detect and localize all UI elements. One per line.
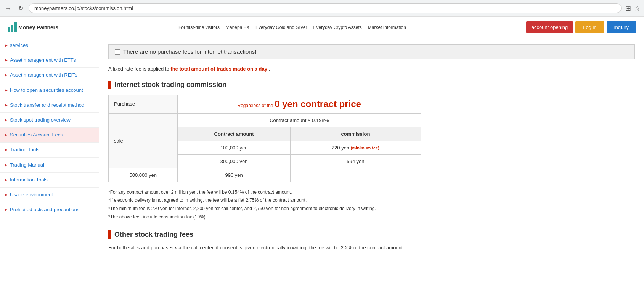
inquiry-button[interactable]: inquiry (607, 21, 636, 33)
sidebar-item-trading-manual[interactable]: ▶ Trading Manual (0, 158, 99, 173)
back-button[interactable]: → (4, 3, 13, 13)
arrow-icon: ▶ (5, 58, 8, 62)
intro-paragraph: A fixed rate fee is applied to the total… (108, 65, 635, 73)
purchase-label: Purchase (109, 95, 178, 113)
heading-bar-icon-2 (108, 230, 111, 239)
sidebar-item-account-fees[interactable]: ▶ Securities Account Fees (0, 128, 99, 143)
browser-chrome: → ↻ moneypartners.co.jp/stocks/commissio… (0, 0, 644, 17)
intro-prefix: A fixed rate fee is applied to (108, 66, 170, 72)
intro-suffix: . (269, 66, 270, 72)
sidebar-item-prohibited[interactable]: ▶ Prohibited acts and precautions (0, 202, 99, 217)
notice-text: There are no purchase fees for internet … (123, 48, 256, 55)
other-fees-heading: Other stock trading fees (108, 230, 635, 239)
note-1: *For any contract amount over 2 million … (108, 188, 635, 197)
zero-yen-text: 0 yen contract price (275, 99, 361, 109)
note-2: *If electronic delivery is not agreed to… (108, 196, 635, 205)
purchase-value-cell: Regardless of the 0 yen contract price (178, 95, 421, 113)
other-fees-text: For both sales and purchases via the cal… (108, 244, 635, 252)
contract-rate-cell: Contract amount × 0.198% (178, 113, 421, 127)
sidebar-item-reit[interactable]: ▶ Asset management with REITs (0, 68, 99, 83)
commission-500k: 990 yen (178, 168, 290, 182)
contract-amount-100k: 100,000 yen (178, 141, 290, 154)
header-buttons: account opening Log in inquiry (526, 21, 636, 33)
nav-first-time[interactable]: For first-time visitors (178, 25, 220, 30)
arrow-icon: ▶ (5, 148, 8, 152)
content-area: There are no purchase fees for internet … (99, 38, 644, 305)
commission-table: Purchase Regardless of the 0 yen contrac… (108, 95, 421, 182)
arrow-icon-active: ▶ (5, 133, 8, 137)
arrow-icon: ▶ (5, 192, 8, 197)
sidebar: ▶ services ▶ Asset management with ETFs … (0, 38, 99, 305)
sale-label: sale (109, 113, 178, 168)
sidebar-item-services[interactable]: ▶ services (0, 38, 99, 53)
browser-icons: ⊞ ☆ (625, 4, 640, 13)
site-header: Money Partners For first-time visitors M… (0, 17, 644, 38)
notes-section: *For any contract amount over 2 million … (108, 188, 635, 221)
table-row-contract-rate: sale Contract amount × 0.198% (109, 113, 421, 127)
internet-trading-heading: Internet stock trading commission (108, 81, 635, 89)
url-bar[interactable]: moneypartners.co.jp/stocks/commission.ht… (29, 3, 622, 13)
nav-gold-silver[interactable]: Everyday Gold and Silver (255, 25, 307, 30)
account-opening-button[interactable]: account opening (526, 21, 573, 33)
note-4: *The above fees include consumption tax … (108, 213, 635, 221)
note-3: *The minimum fee is 220 yen for internet… (108, 205, 635, 213)
table-row-500k: 500,000 yen 990 yen (109, 168, 421, 182)
col-header-amount: Contract amount (178, 127, 290, 141)
internet-trading-title: Internet stock trading commission (114, 81, 226, 89)
arrow-icon: ▶ (5, 178, 8, 182)
logo-text: Money Partners (18, 24, 58, 30)
arrow-icon: ▶ (5, 88, 8, 92)
nav-manepa-fx[interactable]: Manepa FX (226, 25, 249, 30)
arrow-icon: ▶ (5, 43, 8, 47)
heading-bar-icon (108, 81, 111, 89)
checkbox-icon (115, 49, 120, 55)
intro-highlight: the total amount of trades made on a day (170, 66, 267, 72)
contract-amount-300k: 300,000 yen (178, 154, 290, 168)
sidebar-item-open-account[interactable]: ▶ How to open a securities account (0, 83, 99, 98)
other-fees-title: Other stock trading fees (114, 231, 193, 239)
logo[interactable]: Money Partners (8, 22, 58, 32)
main-nav: For first-time visitors Manepa FX Everyd… (58, 25, 526, 30)
arrow-icon: ▶ (5, 207, 8, 212)
main-layout: ▶ services ▶ Asset management with ETFs … (0, 38, 644, 305)
sidebar-item-trading-tools[interactable]: ▶ Trading Tools (0, 143, 99, 157)
notice-box: There are no purchase fees for internet … (108, 44, 635, 59)
sidebar-item-usage-env[interactable]: ▶ Usage environment (0, 188, 99, 202)
col-header-commission: commission (290, 127, 421, 141)
regardless-text: Regardless of the (237, 103, 273, 108)
commission-100k: 220 yen (minimum fee) (290, 141, 421, 154)
min-fee-note: (minimum fee) (351, 146, 379, 150)
login-button[interactable]: Log in (575, 21, 604, 33)
arrow-icon: ▶ (5, 73, 8, 77)
contract-amount-500k: 500,000 yen (109, 168, 178, 182)
logo-bars-icon (8, 22, 17, 32)
sidebar-item-etf[interactable]: ▶ Asset management with ETFs (0, 53, 99, 68)
sidebar-item-transfer[interactable]: ▶ Stock transfer and receipt method (0, 98, 99, 113)
refresh-button[interactable]: ↻ (17, 3, 25, 13)
nav-market-info[interactable]: Market Information (368, 25, 406, 30)
arrow-icon: ▶ (5, 103, 8, 107)
sidebar-item-spot-trading[interactable]: ▶ Stock spot trading overview (0, 113, 99, 128)
commission-300k: 594 yen (290, 154, 421, 168)
table-row-purchase: Purchase Regardless of the 0 yen contrac… (109, 95, 421, 113)
bookmark-icon[interactable]: ☆ (634, 4, 640, 13)
translate-icon[interactable]: ⊞ (625, 4, 631, 13)
nav-crypto[interactable]: Everyday Crypto Assets (313, 25, 361, 30)
sidebar-item-information-tools[interactable]: ▶ Information Tools (0, 173, 99, 188)
arrow-icon: ▶ (5, 118, 8, 122)
arrow-icon: ▶ (5, 163, 8, 167)
